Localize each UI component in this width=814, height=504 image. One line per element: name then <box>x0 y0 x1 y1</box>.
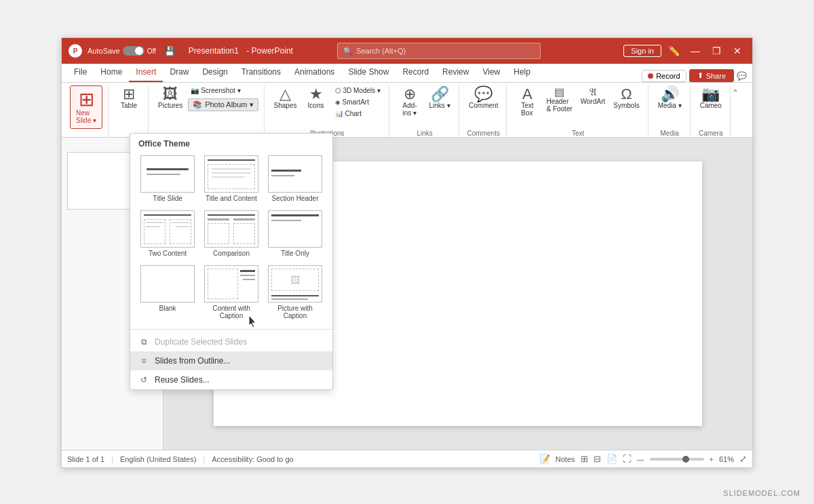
comment-button[interactable]: 💬 Comment <box>466 85 501 111</box>
watermark: SLIDEMODEL.COM <box>723 489 800 497</box>
autosave-toggle[interactable] <box>123 46 144 56</box>
screenshot-icon: 📷 <box>191 87 199 94</box>
layout-label-title-only: Title Only <box>281 250 309 257</box>
screenshot-button[interactable]: 📷 Screenshot ▾ <box>188 85 258 96</box>
restore-button[interactable]: ❐ <box>708 44 725 58</box>
record-button[interactable]: Record <box>642 70 686 82</box>
media-button[interactable]: 🔊 Media ▾ <box>655 85 684 111</box>
ribbon-collapse[interactable]: ⌃ <box>732 85 739 137</box>
pictures-label: Pictures <box>158 102 182 109</box>
layout-picture-caption[interactable]: 🖼 Picture with Caption <box>266 264 324 321</box>
layout-label-section-header: Section Header <box>272 195 319 202</box>
presenter-view-icon[interactable]: ⛶ <box>623 454 632 464</box>
comment-icon: 💬 <box>474 87 492 102</box>
title-bar-right: Sign in ✏️ — ❐ ✕ <box>623 44 745 58</box>
layout-title-only[interactable]: Title Only <box>266 209 324 258</box>
status-divider-2: | <box>203 455 205 463</box>
symbols-button[interactable]: Ω Symbols <box>610 85 642 111</box>
camera-label: Camera <box>699 130 723 137</box>
tab-view[interactable]: View <box>476 63 507 82</box>
symbols-label: Symbols <box>613 102 639 109</box>
slide-sorter-icon[interactable]: ⊟ <box>594 454 601 464</box>
smartart-label: SmartArt <box>343 98 369 106</box>
media-label: Media <box>661 130 679 137</box>
chat-icon[interactable]: 💬 <box>737 71 747 81</box>
layout-label-picture-caption: Picture with Caption <box>267 305 323 319</box>
title-bar: P AutoSave Off 💾 Presentation1 - PowerPo… <box>62 38 752 64</box>
layout-two-content[interactable]: Two Content <box>138 209 197 258</box>
search-placeholder: Search (Alt+Q) <box>356 47 406 55</box>
search-icon: 🔍 <box>343 47 353 56</box>
fit-to-window-icon[interactable]: ⤢ <box>739 454 747 464</box>
links-button[interactable]: 🔗 Links ▾ <box>426 85 453 111</box>
tab-draw[interactable]: Draw <box>163 63 195 82</box>
slides-from-outline-item[interactable]: ≡ Slides from Outline... <box>130 351 332 370</box>
new-slide-dropdown[interactable]: Office Theme Title Slide <box>130 138 333 390</box>
tab-design[interactable]: Design <box>195 63 234 82</box>
tab-home[interactable]: Home <box>94 63 129 82</box>
layout-comparison[interactable]: Comparison <box>202 209 260 258</box>
autosave-label: AutoSave <box>88 47 120 55</box>
tab-insert[interactable]: Insert <box>129 63 163 82</box>
zoom-level: 61% <box>719 455 734 463</box>
textbox-button[interactable]: A TextBox <box>513 85 541 118</box>
header-footer-button[interactable]: ▤ Header& Footer <box>543 85 575 114</box>
media-icon: 🔊 <box>661 87 679 102</box>
tab-transitions[interactable]: Transitions <box>235 63 288 82</box>
close-button[interactable]: ✕ <box>729 44 745 58</box>
wordart-button[interactable]: 𝔄 WordArt <box>578 85 608 106</box>
tab-file[interactable]: File <box>67 63 94 82</box>
dropdown-divider-1 <box>130 329 332 330</box>
normal-view-icon[interactable]: ⊞ <box>581 454 588 464</box>
layout-label-comparison: Comparison <box>213 250 250 257</box>
zoom-in-button[interactable]: + <box>710 455 714 463</box>
group-text: A TextBox ▤ Header& Footer 𝔄 WordArt Ω <box>508 85 648 137</box>
pen-icon[interactable]: ✏️ <box>665 44 682 58</box>
shapes-button[interactable]: △ Shapes <box>271 85 300 111</box>
share-label: Share <box>706 72 726 80</box>
icons-label: Icons <box>308 102 324 109</box>
zoom-slider[interactable] <box>650 458 704 461</box>
shapes-label: Shapes <box>274 102 297 109</box>
table-button[interactable]: ⊞ Table <box>115 85 142 111</box>
text-label: Text <box>572 130 584 137</box>
minimize-button[interactable]: — <box>686 44 704 58</box>
zoom-out-button[interactable]: — <box>637 455 644 463</box>
illustrations-group-items: △ Shapes ★ Icons ⬡ 3D Models ▾ ◈ <box>271 85 384 128</box>
tab-animations[interactable]: Animations <box>288 63 341 82</box>
search-bar[interactable]: 🔍 Search (Alt+Q) <box>337 43 541 59</box>
group-camera: 📷 Cameo Camera <box>692 85 731 137</box>
addins-icon: ⊕ <box>404 87 416 102</box>
tab-slideshow[interactable]: Slide Show <box>341 63 395 82</box>
addins-button[interactable]: ⊕ Add-ins ▾ <box>396 85 423 118</box>
reading-view-icon[interactable]: 📄 <box>606 454 617 464</box>
share-button[interactable]: ⬆ Share <box>689 69 734 82</box>
new-slide-button[interactable]: ⊞ NewSlide ▾ <box>70 85 102 129</box>
icons-button[interactable]: ★ Icons <box>303 85 330 111</box>
links-icon: 🔗 <box>431 87 449 102</box>
cameo-button[interactable]: 📷 Cameo <box>697 85 724 111</box>
layout-title-slide[interactable]: Title Slide <box>138 154 197 203</box>
group-images: 🖼 Pictures 📷 Screenshot ▾ 📚 Photo Album … <box>150 85 265 137</box>
chart-button[interactable]: 📊 Chart <box>332 109 384 119</box>
notes-button[interactable]: 📝 <box>539 454 550 464</box>
tab-help[interactable]: Help <box>507 63 537 82</box>
layout-blank[interactable]: Blank <box>138 264 197 321</box>
pictures-button[interactable]: 🖼 Pictures <box>155 85 185 111</box>
autosave-state: Off <box>147 47 156 55</box>
layout-title-content[interactable]: Title and Content <box>202 154 260 203</box>
layout-section-header[interactable]: Section Header <box>266 154 324 203</box>
app-window: P AutoSave Off 💾 Presentation1 - PowerPo… <box>61 37 753 468</box>
tab-review[interactable]: Review <box>435 63 476 82</box>
smartart-button[interactable]: ◈ SmartArt <box>332 97 384 107</box>
outline-icon: ≡ <box>138 355 149 366</box>
dropdown-section-title: Office Theme <box>130 138 332 151</box>
sign-in-button[interactable]: Sign in <box>623 45 661 57</box>
layout-content-caption[interactable]: Content with Caption <box>202 264 260 321</box>
images-secondary: 📷 Screenshot ▾ 📚 Photo Album ▾ <box>188 85 258 111</box>
photo-album-button[interactable]: 📚 Photo Album ▾ <box>188 98 258 111</box>
reuse-slides-item[interactable]: ↺ Reuse Slides... <box>130 370 332 389</box>
tab-record[interactable]: Record <box>395 63 435 82</box>
save-icon[interactable]: 💾 <box>164 46 175 56</box>
3d-models-button[interactable]: ⬡ 3D Models ▾ <box>332 85 384 96</box>
